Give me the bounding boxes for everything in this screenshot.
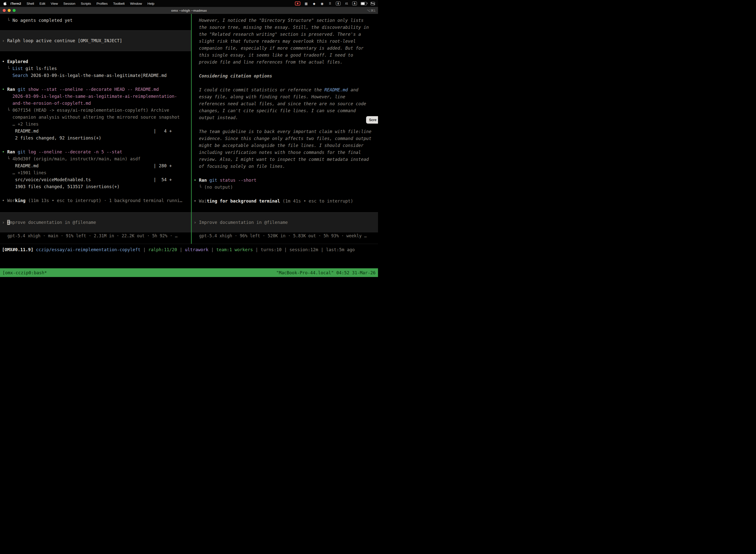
terminal-line: of focusing solely on file lines. (192, 163, 378, 170)
text-segment: No agents completed yet (12, 18, 72, 23)
text-segment: └ (no output) (194, 185, 233, 189)
text-segment: Search (12, 73, 28, 78)
text-segment: king (15, 198, 25, 203)
ralph-loop-banner: › Ralph loop active continue [OMX_TMUX_I… (0, 30, 191, 51)
right-terminal-pane[interactable]: However, I noticed the "Directory Struct… (192, 14, 378, 244)
terminal-line: … +2 lines (0, 121, 191, 127)
text-segment: Explored (7, 59, 28, 64)
text-segment: and-the-erosion-of-copyleft.md (2, 101, 91, 106)
left-prompt-input[interactable]: › Improve documentation in @filename (0, 212, 191, 232)
menu-shell[interactable]: Shell (24, 2, 37, 5)
text-segment: I could cite commit statistics or refere… (194, 88, 324, 92)
blank-line (192, 190, 378, 198)
text-segment: status --short (217, 178, 256, 183)
apple-menu-icon[interactable] (3, 1, 7, 5)
text-segment: However, I noticed the "Directory Struct… (194, 18, 364, 23)
menu-edit[interactable]: Edit (37, 2, 48, 5)
terminal-line: • Working (11m 13s • esc to interrupt) ·… (0, 197, 191, 204)
text-segment: evidence. Since this change only affects… (194, 136, 371, 141)
menu-session[interactable]: Session (61, 2, 78, 5)
terminal-line: … +1901 lines (0, 169, 191, 176)
text-segment: The team guideline is to back every impo… (194, 129, 371, 134)
terminal-line: └ No agents completed yet (0, 17, 191, 24)
dots-grid-icon[interactable]: ⠿ (328, 1, 332, 6)
text-segment: › (2, 220, 7, 225)
terminal-line: might be acceptable alongside the file l… (192, 142, 378, 149)
blank-line (192, 121, 378, 128)
disc-icon[interactable]: ◉ (320, 1, 324, 6)
text-segment: changes, I can't cite specific file line… (194, 108, 356, 113)
tmux-host-clock: "MacBook-Pro-44.local" 04:52 31-Mar-26 (276, 270, 376, 275)
window-title: omx --xhigh --madmax (0, 9, 378, 12)
terminal-line: 1903 files changed, 513517 insertions(+) (0, 183, 191, 190)
text-segment: └ (2, 66, 12, 71)
terminal-line: Search 2026-03-09-is-legal-the-same-as-l… (0, 72, 191, 79)
tmux-session-window: [omx-cczip0:bash* (2, 270, 47, 275)
text-segment: essay file, along with finding root file… (194, 94, 345, 99)
terminal-line: slight risk that future readers may over… (192, 38, 378, 45)
window-title-bar[interactable]: omx --xhigh --madmax ⌥⌘1 (0, 7, 378, 14)
menu-help[interactable]: Help (145, 2, 157, 5)
text-segment: List (12, 66, 23, 71)
text-segment: Wai (199, 199, 207, 204)
terminal-line: • Explored (0, 58, 191, 65)
text-segment: git ls-files (23, 66, 57, 71)
terminal-panes: └ No agents completed yet› Ralph loop ac… (0, 14, 378, 244)
terminal-line: companion file, especially if more comme… (192, 45, 378, 52)
menu-view[interactable]: View (48, 2, 61, 5)
right-prompt-input[interactable]: › Improve documentation in @filename (192, 212, 378, 232)
text-segment: | (177, 247, 185, 252)
grid-icon[interactable]: ▦ (304, 1, 308, 6)
gauge-61-icon[interactable]: .61 (344, 1, 349, 6)
text-segment: 2 files changed, 92 insertions(+) (2, 135, 101, 141)
text-segment: git (18, 87, 25, 92)
terminal-line: • Ran git show --stat --oneline --decora… (0, 86, 191, 93)
screen-record-indicator[interactable] (295, 1, 300, 5)
blank-line (192, 65, 378, 72)
text-segment: README.md | 280 + (2, 163, 172, 168)
menu-toolbelt[interactable]: Toolbelt (110, 2, 127, 5)
battery-icon[interactable] (361, 2, 367, 5)
text-segment: Wor (7, 198, 15, 203)
left-terminal-pane[interactable]: └ No agents completed yet› Ralph loop ac… (0, 14, 191, 244)
text-segment (15, 87, 18, 92)
text-segment (207, 178, 209, 183)
sparkle-icon[interactable]: ◆ (312, 1, 316, 6)
text-segment: output instead. (194, 115, 238, 120)
terminal-line: 2 files changed, 92 insertions(+) (0, 134, 191, 142)
terminal-line: the source tree, missing the essay. Stil… (192, 24, 378, 31)
screen-overlay-button[interactable]: Scre (366, 116, 378, 124)
terminal-line: 2026-03-09-is-legal-the-same-as-legitima… (0, 93, 191, 100)
menu-items: iTerm2ShellEditViewSessionScriptsProfile… (7, 2, 157, 5)
terminal-line: The team guideline is to back every impo… (192, 128, 378, 135)
menu-bar: iTerm2ShellEditViewSessionScriptsProfile… (0, 0, 378, 7)
terminal-line: I could cite commit statistics or refere… (192, 87, 378, 93)
text-segment: team:1 workers (216, 247, 253, 252)
text-segment: companion analysis without altering the … (2, 115, 180, 120)
text-segment: • (2, 59, 7, 64)
tmux-status-bar: [omx-cczip0:bash* "MacBook-Pro-44.local"… (0, 268, 378, 277)
terminal-line: README.md | 280 + (0, 162, 191, 169)
key-8-icon[interactable]: 8 (336, 1, 340, 5)
terminal-line: Considering citation options (192, 72, 378, 79)
blank-line (0, 51, 191, 58)
terminal-line: evidence. Since this change only affects… (192, 135, 378, 142)
blank-line (0, 79, 191, 86)
text-segment: › (194, 220, 199, 225)
menu-window[interactable]: Window (127, 2, 145, 5)
right-pane-status-line: gpt-5.4 xhigh · 96% left · 520K in · 5.8… (192, 232, 378, 239)
text-segment: of focusing solely on file lines. (194, 164, 285, 169)
terminal-line: └ 067f154 (HEAD -> essay/ai-reimplementa… (0, 107, 191, 114)
menu-scripts[interactable]: Scripts (78, 2, 94, 5)
text-segment: provide file and line references from th… (194, 60, 343, 64)
terminal-line: README.md | 4 + (0, 127, 191, 134)
menu-profiles[interactable]: Profiles (94, 2, 110, 5)
blank-line (192, 170, 378, 177)
input-source-icon[interactable]: A (352, 1, 357, 5)
control-center-icon[interactable] (371, 2, 375, 5)
text-segment: show --stat --oneline --decorate HEAD --… (25, 87, 159, 92)
text-segment: 1903 files changed, 513517 insertions(+) (2, 184, 120, 189)
menu-iterm2[interactable]: iTerm2 (8, 2, 24, 5)
blank-line (0, 190, 191, 197)
text-segment: Ran (7, 87, 15, 92)
